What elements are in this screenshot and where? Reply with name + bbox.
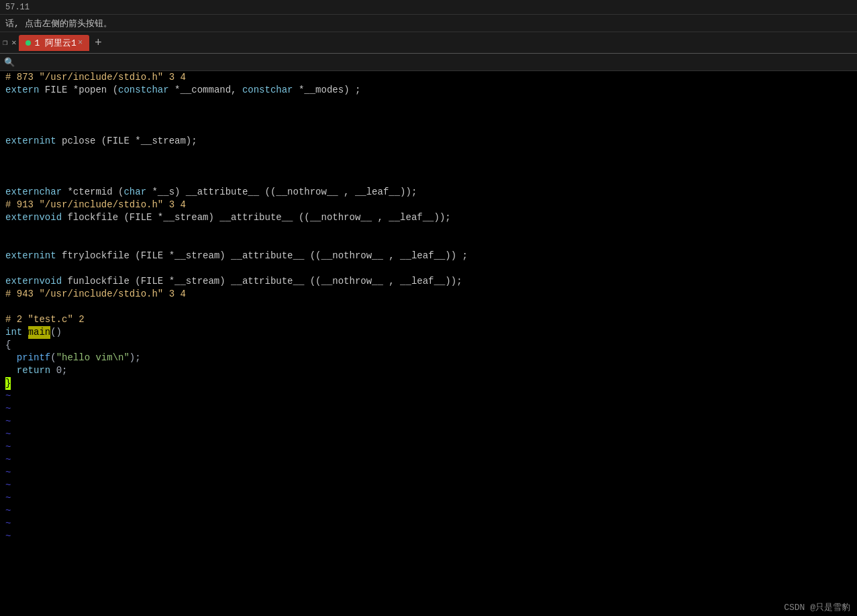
code-line: ~ bbox=[0, 530, 857, 543]
search-icon: 🔍 bbox=[4, 57, 15, 68]
separator: ✕ bbox=[11, 38, 16, 48]
code-line: extern FILE *popen (const char *__comman… bbox=[0, 84, 857, 97]
pin-icon[interactable]: ❐ bbox=[3, 38, 7, 48]
code-line: ~ bbox=[0, 492, 857, 505]
code-line: ~ bbox=[0, 466, 857, 479]
code-line: } bbox=[0, 377, 857, 390]
code-line: ~ bbox=[0, 403, 857, 415]
code-line: extern int ftrylockfile (FILE *__stream)… bbox=[0, 250, 857, 262]
code-line: ~ bbox=[0, 454, 857, 466]
bottom-bar-text: CSDN @只是雪豹 bbox=[784, 603, 850, 613]
code-line bbox=[0, 160, 857, 173]
code-line bbox=[0, 262, 857, 275]
code-line: extern void flockfile (FILE *__stream) _… bbox=[0, 211, 857, 224]
code-line: int main() bbox=[0, 326, 857, 339]
code-line: extern int pclose (FILE *__stream); bbox=[0, 135, 857, 148]
tab-aliyun1[interactable]: 1 阿里云1 × bbox=[19, 35, 89, 51]
code-line: extern void funlockfile (FILE *__stream)… bbox=[0, 275, 857, 288]
code-area: # 873 "/usr/include/stdio.h" 3 4extern F… bbox=[0, 71, 857, 616]
code-line: # 2 "test.c" 2 bbox=[0, 313, 857, 326]
code-line bbox=[0, 97, 857, 109]
code-line: # 943 "/usr/include/stdio.h" 3 4 bbox=[0, 288, 857, 301]
close-tab-icon[interactable]: × bbox=[78, 38, 83, 48]
code-line bbox=[0, 148, 857, 160]
new-tab-button[interactable]: + bbox=[91, 36, 106, 50]
code-line bbox=[0, 173, 857, 186]
code-line: ~ bbox=[0, 517, 857, 530]
search-bar: 🔍 bbox=[0, 54, 857, 71]
top-bar-text: 57.11 bbox=[5, 3, 30, 12]
code-line: ~ bbox=[0, 415, 857, 428]
bottom-bar: CSDN @只是雪豹 bbox=[777, 599, 857, 616]
instruction-bar: 话, 点击左侧的箭头按钮。 bbox=[0, 15, 857, 32]
code-line bbox=[0, 224, 857, 237]
code-line: printf("hello vim\n"); bbox=[0, 352, 857, 364]
code-line: return 0; bbox=[0, 364, 857, 377]
tab-label: 1 阿里云1 bbox=[34, 37, 76, 49]
code-line: ~ bbox=[0, 441, 857, 454]
code-line: { bbox=[0, 339, 857, 352]
code-line: ~ bbox=[0, 428, 857, 441]
tab-dot bbox=[26, 40, 31, 46]
top-bar: 57.11 bbox=[0, 0, 857, 15]
code-line bbox=[0, 237, 857, 250]
code-line bbox=[0, 109, 857, 122]
code-line: ~ bbox=[0, 505, 857, 517]
code-line: # 913 "/usr/include/stdio.h" 3 4 bbox=[0, 199, 857, 211]
instruction-text: 话, 点击左侧的箭头按钮。 bbox=[5, 17, 112, 30]
code-line: ~ bbox=[0, 390, 857, 403]
code-line: extern char *ctermid (char *__s) __attri… bbox=[0, 186, 857, 199]
code-line bbox=[0, 122, 857, 135]
code-line: ~ bbox=[0, 479, 857, 492]
code-line: # 873 "/usr/include/stdio.h" 3 4 bbox=[0, 71, 857, 84]
tab-bar: ❐ ✕ 1 阿里云1 × + bbox=[0, 32, 857, 54]
code-line bbox=[0, 301, 857, 313]
